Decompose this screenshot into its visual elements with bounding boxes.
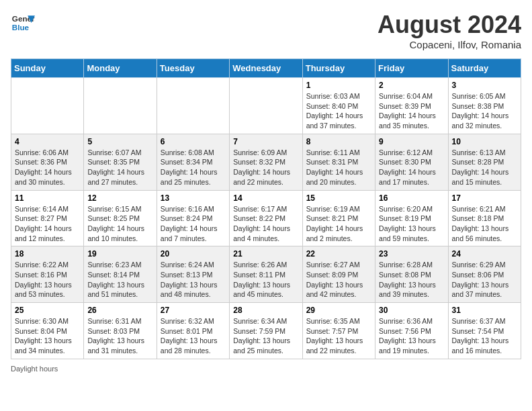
- day-cell: 1Sunrise: 6:03 AMSunset: 8:40 PMDaylight…: [302, 78, 375, 134]
- title-block: August 2024 Copaceni, Ilfov, Romania: [378, 11, 521, 50]
- day-cell: 13Sunrise: 6:16 AMSunset: 8:24 PMDayligh…: [157, 190, 229, 246]
- week-row-3: 11Sunrise: 6:14 AMSunset: 8:27 PMDayligh…: [11, 190, 521, 246]
- day-number: 6: [161, 137, 226, 146]
- day-cell: [157, 78, 229, 134]
- day-info: Sunrise: 6:15 AMSunset: 8:25 PMDaylight:…: [87, 204, 152, 244]
- day-number: 31: [452, 306, 517, 315]
- day-number: 7: [233, 137, 298, 146]
- day-info: Sunrise: 6:11 AMSunset: 8:31 PMDaylight:…: [306, 148, 371, 187]
- day-info: Sunrise: 6:05 AMSunset: 8:38 PMDaylight:…: [452, 91, 517, 131]
- day-number: 12: [87, 193, 152, 203]
- day-cell: 22Sunrise: 6:27 AMSunset: 8:09 PMDayligh…: [302, 246, 375, 303]
- day-info: Sunrise: 6:08 AMSunset: 8:34 PMDaylight:…: [161, 148, 226, 187]
- month-year: August 2024: [378, 11, 521, 39]
- day-cell: [84, 78, 157, 134]
- day-number: 28: [233, 306, 298, 315]
- day-number: 2: [379, 81, 444, 90]
- day-number: 21: [233, 249, 298, 259]
- day-info: Sunrise: 6:27 AMSunset: 8:09 PMDaylight:…: [306, 260, 371, 300]
- day-cell: 29Sunrise: 6:35 AMSunset: 7:57 PMDayligh…: [302, 303, 375, 359]
- day-info: Sunrise: 6:04 AMSunset: 8:39 PMDaylight:…: [379, 91, 444, 131]
- day-number: 14: [233, 193, 298, 203]
- logo-icon: General Blue: [11, 11, 35, 35]
- day-number: 17: [452, 193, 517, 203]
- day-cell: 2Sunrise: 6:04 AMSunset: 8:39 PMDaylight…: [375, 78, 448, 134]
- day-number: 8: [306, 137, 371, 146]
- day-cell: 11Sunrise: 6:14 AMSunset: 8:27 PMDayligh…: [11, 190, 84, 246]
- day-info: Sunrise: 6:20 AMSunset: 8:19 PMDaylight:…: [379, 204, 444, 244]
- day-number: 22: [306, 249, 371, 259]
- day-info: Sunrise: 6:26 AMSunset: 8:11 PMDaylight:…: [233, 260, 298, 300]
- day-cell: 16Sunrise: 6:20 AMSunset: 8:19 PMDayligh…: [375, 190, 448, 246]
- day-cell: 28Sunrise: 6:34 AMSunset: 7:59 PMDayligh…: [230, 303, 302, 359]
- day-number: 30: [379, 306, 444, 315]
- day-info: Sunrise: 6:29 AMSunset: 8:06 PMDaylight:…: [452, 260, 517, 300]
- day-cell: 8Sunrise: 6:11 AMSunset: 8:31 PMDaylight…: [302, 134, 375, 190]
- day-info: Sunrise: 6:03 AMSunset: 8:40 PMDaylight:…: [306, 91, 371, 131]
- day-info: Sunrise: 6:28 AMSunset: 8:08 PMDaylight:…: [379, 260, 444, 300]
- page-header: General Blue August 2024 Copaceni, Ilfov…: [11, 11, 521, 50]
- day-cell: 24Sunrise: 6:29 AMSunset: 8:06 PMDayligh…: [448, 246, 521, 303]
- day-info: Sunrise: 6:37 AMSunset: 7:54 PMDaylight:…: [452, 316, 517, 356]
- day-info: Sunrise: 6:19 AMSunset: 8:21 PMDaylight:…: [306, 204, 371, 244]
- week-row-2: 4Sunrise: 6:06 AMSunset: 8:36 PMDaylight…: [11, 134, 521, 190]
- day-number: 18: [15, 249, 80, 259]
- day-number: 29: [306, 306, 371, 315]
- day-cell: 21Sunrise: 6:26 AMSunset: 8:11 PMDayligh…: [230, 246, 302, 303]
- day-cell: 3Sunrise: 6:05 AMSunset: 8:38 PMDaylight…: [448, 78, 521, 134]
- day-info: Sunrise: 6:35 AMSunset: 7:57 PMDaylight:…: [306, 316, 371, 356]
- weekday-saturday: Saturday: [448, 59, 521, 78]
- day-info: Sunrise: 6:21 AMSunset: 8:18 PMDaylight:…: [452, 204, 517, 244]
- day-info: Sunrise: 6:09 AMSunset: 8:32 PMDaylight:…: [233, 148, 298, 187]
- day-info: Sunrise: 6:12 AMSunset: 8:30 PMDaylight:…: [379, 148, 444, 187]
- day-cell: 26Sunrise: 6:31 AMSunset: 8:03 PMDayligh…: [84, 303, 157, 359]
- weekday-header-row: SundayMondayTuesdayWednesdayThursdayFrid…: [11, 59, 521, 78]
- day-cell: [230, 78, 302, 134]
- day-cell: 7Sunrise: 6:09 AMSunset: 8:32 PMDaylight…: [230, 134, 302, 190]
- day-cell: 15Sunrise: 6:19 AMSunset: 8:21 PMDayligh…: [302, 190, 375, 246]
- day-cell: 5Sunrise: 6:07 AMSunset: 8:35 PMDaylight…: [84, 134, 157, 190]
- day-info: Sunrise: 6:16 AMSunset: 8:24 PMDaylight:…: [161, 204, 226, 244]
- day-number: 1: [306, 81, 371, 90]
- day-number: 13: [161, 193, 226, 203]
- day-cell: 25Sunrise: 6:30 AMSunset: 8:04 PMDayligh…: [11, 303, 84, 359]
- day-info: Sunrise: 6:31 AMSunset: 8:03 PMDaylight:…: [87, 316, 152, 356]
- weekday-friday: Friday: [375, 59, 448, 78]
- day-number: 15: [306, 193, 371, 203]
- day-cell: 23Sunrise: 6:28 AMSunset: 8:08 PMDayligh…: [375, 246, 448, 303]
- day-number: 9: [379, 137, 444, 146]
- day-cell: [11, 78, 84, 134]
- day-cell: 30Sunrise: 6:36 AMSunset: 7:56 PMDayligh…: [375, 303, 448, 359]
- day-cell: 10Sunrise: 6:13 AMSunset: 8:28 PMDayligh…: [448, 134, 521, 190]
- calendar-table: SundayMondayTuesdayWednesdayThursdayFrid…: [11, 58, 521, 359]
- svg-text:Blue: Blue: [12, 23, 30, 32]
- day-info: Sunrise: 6:06 AMSunset: 8:36 PMDaylight:…: [15, 148, 80, 187]
- day-number: 27: [161, 306, 226, 315]
- day-cell: 14Sunrise: 6:17 AMSunset: 8:22 PMDayligh…: [230, 190, 302, 246]
- daylight-label: Daylight hours: [11, 365, 58, 373]
- day-number: 3: [452, 81, 517, 90]
- day-number: 16: [379, 193, 444, 203]
- day-info: Sunrise: 6:34 AMSunset: 7:59 PMDaylight:…: [233, 316, 298, 356]
- day-cell: 4Sunrise: 6:06 AMSunset: 8:36 PMDaylight…: [11, 134, 84, 190]
- day-info: Sunrise: 6:36 AMSunset: 7:56 PMDaylight:…: [379, 316, 444, 356]
- day-number: 11: [15, 193, 80, 203]
- day-number: 19: [87, 249, 152, 259]
- day-number: 10: [452, 137, 517, 146]
- day-info: Sunrise: 6:24 AMSunset: 8:13 PMDaylight:…: [161, 260, 226, 300]
- day-info: Sunrise: 6:22 AMSunset: 8:16 PMDaylight:…: [15, 260, 80, 300]
- day-number: 26: [87, 306, 152, 315]
- footer: Daylight hours: [11, 365, 521, 373]
- day-cell: 27Sunrise: 6:32 AMSunset: 8:01 PMDayligh…: [157, 303, 229, 359]
- day-cell: 18Sunrise: 6:22 AMSunset: 8:16 PMDayligh…: [11, 246, 84, 303]
- day-info: Sunrise: 6:23 AMSunset: 8:14 PMDaylight:…: [87, 260, 152, 300]
- weekday-tuesday: Tuesday: [157, 59, 229, 78]
- weekday-sunday: Sunday: [11, 59, 84, 78]
- day-info: Sunrise: 6:14 AMSunset: 8:27 PMDaylight:…: [15, 204, 80, 244]
- day-cell: 17Sunrise: 6:21 AMSunset: 8:18 PMDayligh…: [448, 190, 521, 246]
- day-number: 20: [161, 249, 226, 259]
- day-info: Sunrise: 6:07 AMSunset: 8:35 PMDaylight:…: [87, 148, 152, 187]
- day-info: Sunrise: 6:32 AMSunset: 8:01 PMDaylight:…: [161, 316, 226, 356]
- week-row-4: 18Sunrise: 6:22 AMSunset: 8:16 PMDayligh…: [11, 246, 521, 303]
- day-cell: 31Sunrise: 6:37 AMSunset: 7:54 PMDayligh…: [448, 303, 521, 359]
